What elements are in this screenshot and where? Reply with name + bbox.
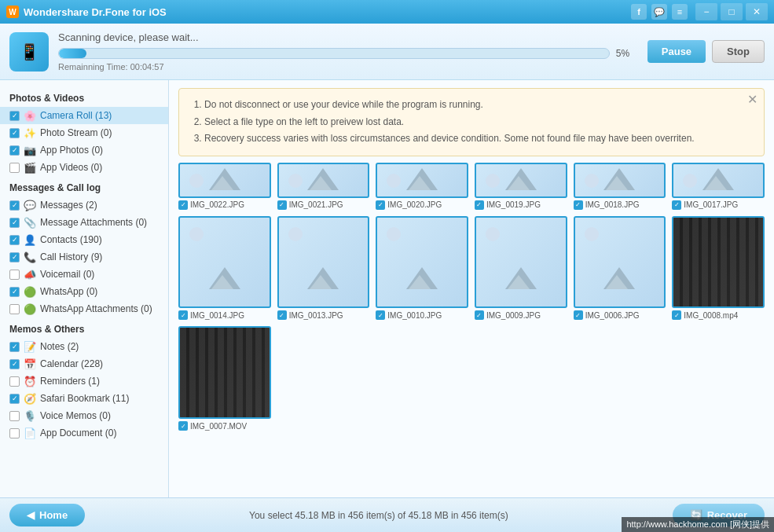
list-item[interactable]: ✓ IMG_0008.mp4 — [672, 216, 765, 321]
image-filename: IMG_0021.JPG — [289, 200, 343, 209]
checkbox-messages[interactable]: ✓ — [9, 200, 20, 211]
list-item[interactable]: ✓ IMG_0013.JPG — [277, 216, 370, 321]
list-item[interactable]: ✓ IMG_0021.JPG — [277, 163, 370, 210]
facebook-icon[interactable]: f — [631, 4, 647, 20]
sidebar-item-call-history[interactable]: ✓ 📞 Call History (9) — [0, 248, 168, 266]
sidebar-item-whatsapp[interactable]: ✓ 🟢 WhatsApp (0) — [0, 283, 168, 300]
info-close-button[interactable]: ✕ — [747, 94, 757, 106]
menu-icon[interactable]: ≡ — [672, 4, 688, 20]
list-item[interactable]: ✓ IMG_0017.JPG — [672, 163, 765, 210]
image-checkbox[interactable]: ✓ — [178, 200, 188, 210]
sidebar-item-app-photos[interactable]: ✓ 📷 App Photos (0) — [0, 141, 168, 159]
sidebar-label-app-document: App Document (0) — [40, 427, 116, 438]
image-thumb-video — [672, 216, 765, 309]
image-filename: IMG_0010.JPG — [387, 311, 442, 320]
stop-button[interactable]: Stop — [712, 40, 765, 63]
image-checkbox[interactable]: ✓ — [672, 200, 681, 210]
checkbox-photo-stream[interactable]: ✓ — [9, 128, 20, 138]
sidebar-item-voice-memos[interactable]: 🎙️ Voice Memos (0) — [0, 407, 168, 424]
image-checkbox[interactable]: ✓ — [475, 200, 484, 210]
sidebar: Photos & Videos ✓ 🌸 Camera Roll (13) ✓ ✨… — [0, 80, 169, 497]
image-checkbox[interactable]: ✓ — [178, 310, 188, 320]
checkbox-reminders[interactable] — [9, 376, 20, 387]
checkbox-calendar[interactable]: ✓ — [9, 359, 20, 369]
checkbox-contacts[interactable]: ✓ — [9, 235, 20, 245]
info-item-2: Select a file type on the left to preive… — [204, 114, 753, 131]
image-checkbox[interactable]: ✓ — [574, 310, 583, 320]
checkbox-message-attachments[interactable]: ✓ — [9, 218, 20, 228]
status-text: You select 45.18 MB in 456 item(s) of 45… — [249, 510, 508, 521]
list-item[interactable]: ✓ IMG_0022.JPG — [178, 163, 271, 210]
sidebar-item-app-videos[interactable]: 🎬 App Videos (0) — [0, 159, 168, 176]
checkbox-voicemail[interactable] — [9, 270, 20, 280]
reminders-icon: ⏰ — [24, 375, 36, 387]
title-bar: W Wondershare Dr.Fone for iOS f 💬 ≡ − □ … — [0, 0, 774, 24]
checkbox-app-videos[interactable] — [9, 163, 20, 173]
list-item[interactable]: ✓ IMG_0014.JPG — [178, 216, 271, 321]
sidebar-item-reminders[interactable]: ⏰ Reminders (1) — [0, 372, 168, 390]
scan-info: Scanning device, please wait... 5% Remai… — [58, 31, 638, 72]
checkbox-app-photos[interactable]: ✓ — [9, 145, 20, 156]
home-icon: ◀ — [27, 509, 35, 521]
image-thumb — [574, 163, 666, 198]
sidebar-item-app-document[interactable]: 📄 App Document (0) — [0, 424, 168, 442]
checkbox-voice-memos[interactable] — [9, 411, 20, 421]
minimize-button[interactable]: − — [695, 3, 717, 20]
sidebar-item-contacts[interactable]: ✓ 👤 Contacts (190) — [0, 231, 168, 248]
app-videos-icon: 🎬 — [24, 161, 36, 174]
sidebar-item-camera-roll[interactable]: ✓ 🌸 Camera Roll (13) — [0, 107, 168, 124]
list-item[interactable]: ✓ IMG_0007.MOV — [178, 326, 271, 431]
sidebar-section-memos: Memos & Others — [0, 317, 168, 338]
image-checkbox[interactable]: ✓ — [178, 421, 188, 431]
image-checkbox[interactable]: ✓ — [277, 200, 287, 210]
close-button[interactable]: ✕ — [746, 3, 768, 20]
image-thumb-video — [178, 326, 271, 419]
image-checkbox[interactable]: ✓ — [277, 310, 287, 320]
sidebar-label-whatsapp: WhatsApp (0) — [40, 286, 97, 297]
checkbox-safari-bookmark[interactable]: ✓ — [9, 394, 20, 404]
safari-bookmark-icon: 🧭 — [24, 392, 36, 405]
image-checkbox[interactable]: ✓ — [475, 310, 484, 320]
sidebar-item-voicemail[interactable]: 📣 Voicemail (0) — [0, 266, 168, 283]
sidebar-label-contacts: Contacts (190) — [40, 234, 102, 245]
info-item-3: Recovery success varies with loss circum… — [204, 130, 753, 148]
list-item[interactable]: ✓ IMG_0019.JPG — [475, 163, 567, 210]
chat-icon[interactable]: 💬 — [651, 4, 667, 20]
home-button[interactable]: ◀ Home — [9, 504, 85, 526]
sidebar-item-safari-bookmark[interactable]: ✓ 🧭 Safari Bookmark (11) — [0, 390, 168, 407]
sidebar-item-whatsapp-attachments[interactable]: 🟢 WhatsApp Attachments (0) — [0, 300, 168, 317]
calendar-icon: 📅 — [24, 358, 36, 370]
list-item[interactable]: ✓ IMG_0009.JPG — [475, 216, 567, 321]
image-checkbox[interactable]: ✓ — [574, 200, 583, 210]
whatsapp-attachments-icon: 🟢 — [24, 303, 36, 315]
image-checkbox[interactable]: ✓ — [376, 310, 385, 320]
sidebar-label-app-videos: App Videos (0) — [40, 162, 102, 173]
checkbox-whatsapp[interactable]: ✓ — [9, 287, 20, 297]
sidebar-item-messages[interactable]: ✓ 💬 Messages (2) — [0, 196, 168, 214]
image-grid-top: ✓ IMG_0022.JPG ✓ IMG_0021.JPG — [178, 163, 765, 210]
list-item[interactable]: ✓ IMG_0006.JPG — [574, 216, 666, 321]
checkbox-notes[interactable]: ✓ — [9, 342, 20, 352]
sidebar-item-message-attachments[interactable]: ✓ 📎 Message Attachments (0) — [0, 214, 168, 231]
scan-title: Scanning device, please wait... — [58, 31, 638, 43]
voice-memos-icon: 🎙️ — [24, 409, 36, 422]
image-filename: IMG_0020.JPG — [387, 200, 442, 209]
pause-button[interactable]: Pause — [647, 40, 706, 63]
checkbox-whatsapp-attachments[interactable] — [9, 304, 20, 314]
sidebar-item-notes[interactable]: ✓ 📝 Notes (2) — [0, 338, 168, 355]
image-thumb — [178, 216, 271, 309]
sidebar-item-photo-stream[interactable]: ✓ ✨ Photo Stream (0) — [0, 124, 168, 141]
image-filename: IMG_0018.JPG — [585, 200, 640, 209]
maximize-button[interactable]: □ — [721, 3, 743, 20]
checkbox-call-history[interactable]: ✓ — [9, 252, 20, 262]
sidebar-item-calendar[interactable]: ✓ 📅 Calendar (228) — [0, 355, 168, 372]
list-item[interactable]: ✓ IMG_0018.JPG — [574, 163, 666, 210]
image-checkbox[interactable]: ✓ — [376, 200, 385, 210]
image-checkbox[interactable]: ✓ — [672, 310, 681, 320]
list-item[interactable]: ✓ IMG_0010.JPG — [376, 216, 468, 321]
message-attachments-icon: 📎 — [24, 216, 36, 229]
checkbox-camera-roll[interactable]: ✓ — [9, 111, 20, 121]
list-item[interactable]: ✓ IMG_0020.JPG — [376, 163, 468, 210]
checkbox-app-document[interactable] — [9, 428, 20, 438]
progress-container: 5% — [58, 48, 638, 59]
